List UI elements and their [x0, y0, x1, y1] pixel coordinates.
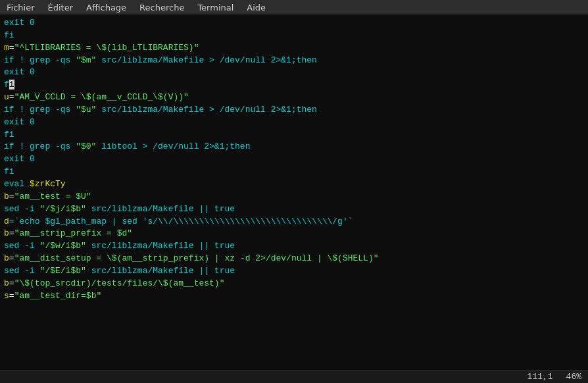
terminal-body: exit 0fim="^LTLIBRARIES = \$(lib_LTLIBRA… — [0, 14, 588, 370]
terminal-line: exit 0 — [4, 17, 584, 30]
terminal-line: fi — [4, 30, 584, 42]
terminal-lines: exit 0fim="^LTLIBRARIES = \$(lib_LTLIBRA… — [4, 17, 584, 302]
status-right: 111,1 46% — [527, 372, 581, 382]
menu-terminal[interactable]: Terminal — [193, 2, 237, 13]
terminal-line: if ! grep -qs "$u" src/liblzma/Makefile … — [4, 104, 584, 116]
menu-affichage[interactable]: Affichage — [82, 2, 130, 13]
terminal-line: sed -i "/$w/i$b" src/liblzma/Makefile ||… — [4, 240, 584, 253]
terminal-line: m="^LTLIBRARIES = \$(lib_LTLIBRARIES)" — [4, 42, 584, 55]
terminal-line: b="am__strip_prefix = $d" — [4, 228, 584, 240]
terminal-line: d=`echo $gl_path_map | sed 's/\\/\\\\\\\… — [4, 216, 584, 228]
terminal-line: fi — [4, 129, 584, 141]
menu-editer[interactable]: Éditer — [44, 2, 78, 13]
menu-aide[interactable]: Aide — [243, 2, 270, 13]
scroll-percent: 46% — [566, 372, 581, 382]
terminal-line: b="\$(top_srcdir)/tests/files/\$(am__tes… — [4, 278, 584, 290]
terminal-line: eval $zrKcTy — [4, 178, 584, 191]
status-left — [7, 372, 527, 382]
terminal-line: s="am__test_dir=$b" — [4, 290, 584, 303]
terminal-line: fi — [4, 166, 584, 178]
terminal-line: exit 0 — [4, 153, 584, 166]
terminal-line: exit 0 — [4, 116, 584, 129]
terminal-line: sed -i "/$E/i$b" src/liblzma/Makefile ||… — [4, 265, 584, 278]
menubar: Fichier Éditer Affichage Recherche Termi… — [0, 0, 588, 14]
terminal-line: exit 0 — [4, 66, 584, 79]
terminal-line: if ! grep -qs "$0" libtool > /dev/null 2… — [4, 141, 584, 153]
statusbar: 111,1 46% — [0, 370, 588, 383]
terminal-line: u="AM_V_CCLD = \$(am__v_CCLD_\$(V))" — [4, 91, 584, 104]
terminal-line: if ! grep -qs "$m" src/liblzma/Makefile … — [4, 55, 584, 67]
menu-recherche[interactable]: Recherche — [135, 2, 188, 13]
menu-fichier[interactable]: Fichier — [3, 2, 39, 13]
cursor-position: 111,1 — [527, 372, 553, 382]
terminal-line: fi — [4, 79, 584, 91]
terminal-line: sed -i "/$j/i$b" src/liblzma/Makefile ||… — [4, 203, 584, 216]
cursor: i — [9, 80, 14, 89]
terminal-line: b="am__test = $U" — [4, 191, 584, 203]
terminal-line: b="am__dist_setup = \$(am__strip_prefix)… — [4, 253, 584, 265]
